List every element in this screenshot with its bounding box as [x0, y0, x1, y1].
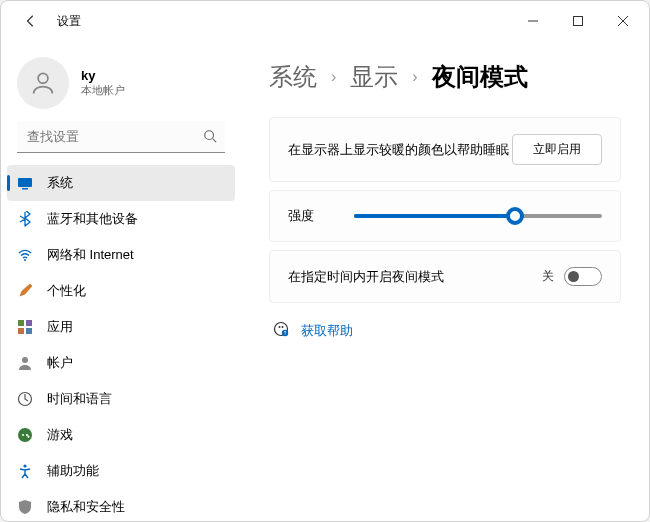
svg-point-2 — [38, 73, 48, 83]
titlebar: 设置 — [1, 1, 649, 41]
nav-label: 网络和 Internet — [47, 246, 134, 264]
minimize-button[interactable] — [510, 5, 555, 37]
nav-label: 时间和语言 — [47, 390, 112, 408]
svg-point-15 — [23, 464, 26, 467]
nav-list: 系统 蓝牙和其他设备 网络和 Internet 个性化 应用 — [1, 165, 241, 521]
nav-accounts[interactable]: 帐户 — [7, 345, 235, 381]
svg-rect-1 — [573, 17, 582, 26]
schedule-toggle-group: 关 — [542, 267, 602, 286]
toggle-knob — [568, 271, 579, 282]
nav-accessibility[interactable]: 辅助功能 — [7, 453, 235, 489]
svg-point-12 — [22, 357, 28, 363]
svg-rect-8 — [18, 320, 24, 326]
strength-slider[interactable] — [354, 214, 602, 218]
bluetooth-icon — [17, 211, 33, 227]
body: ky 本地帐户 系统 蓝牙和其他设备 — [1, 41, 649, 521]
svg-point-14 — [18, 428, 32, 442]
schedule-toggle[interactable] — [564, 267, 602, 286]
strength-label: 强度 — [288, 207, 314, 225]
breadcrumb: 系统 › 显示 › 夜间模式 — [269, 61, 621, 93]
svg-rect-11 — [26, 328, 32, 334]
user-profile[interactable]: ky 本地帐户 — [1, 49, 241, 121]
nav-label: 应用 — [47, 318, 73, 336]
accessibility-icon — [17, 463, 33, 479]
get-help-link[interactable]: 获取帮助 — [301, 322, 353, 340]
nav-apps[interactable]: 应用 — [7, 309, 235, 345]
help-icon: ? — [273, 321, 289, 341]
strength-card: 强度 — [269, 190, 621, 242]
search-input[interactable] — [17, 121, 225, 153]
slider-thumb[interactable] — [506, 207, 524, 225]
clock-globe-icon — [17, 391, 33, 407]
main-content: 系统 › 显示 › 夜间模式 在显示器上显示较暖的颜色以帮助睡眠 立即启用 强度 — [241, 41, 649, 521]
nav-label: 蓝牙和其他设备 — [47, 210, 138, 228]
help-row: ? 获取帮助 — [269, 321, 621, 341]
wifi-icon — [17, 247, 33, 263]
svg-line-4 — [213, 139, 217, 143]
window-controls — [510, 5, 645, 37]
enable-card: 在显示器上显示较暖的颜色以帮助睡眠 立即启用 — [269, 117, 621, 182]
person-icon — [29, 69, 57, 97]
svg-rect-6 — [22, 188, 28, 190]
slider-fill — [354, 214, 515, 218]
nav-label: 个性化 — [47, 282, 86, 300]
chevron-right-icon: › — [412, 68, 417, 86]
nav-time-language[interactable]: 时间和语言 — [7, 381, 235, 417]
svg-point-3 — [205, 131, 214, 140]
nav-privacy[interactable]: 隐私和安全性 — [7, 489, 235, 521]
maximize-button[interactable] — [555, 5, 600, 37]
svg-rect-10 — [18, 328, 24, 334]
nav-bluetooth[interactable]: 蓝牙和其他设备 — [7, 201, 235, 237]
search-icon — [203, 129, 217, 147]
sidebar: ky 本地帐户 系统 蓝牙和其他设备 — [1, 41, 241, 521]
back-button[interactable] — [15, 5, 47, 37]
svg-rect-5 — [18, 178, 32, 187]
close-icon — [618, 16, 628, 26]
shield-icon — [17, 499, 33, 515]
nav-label: 游戏 — [47, 426, 73, 444]
svg-point-21 — [282, 326, 284, 328]
arrow-left-icon — [24, 14, 38, 28]
account-icon — [17, 355, 33, 371]
apps-icon — [17, 319, 33, 335]
svg-point-7 — [24, 259, 26, 261]
nav-label: 帐户 — [47, 354, 73, 372]
nav-network[interactable]: 网络和 Internet — [7, 237, 235, 273]
svg-point-20 — [279, 326, 281, 328]
schedule-label: 在指定时间内开启夜间模式 — [288, 268, 542, 286]
close-button[interactable] — [600, 5, 645, 37]
nav-personalization[interactable]: 个性化 — [7, 273, 235, 309]
user-subtitle: 本地帐户 — [81, 83, 125, 98]
display-icon — [17, 175, 33, 191]
nav-label: 隐私和安全性 — [47, 498, 125, 516]
minimize-icon — [528, 16, 538, 26]
breadcrumb-display[interactable]: 显示 — [350, 61, 398, 93]
user-name: ky — [81, 68, 125, 83]
breadcrumb-system[interactable]: 系统 — [269, 61, 317, 93]
avatar — [17, 57, 69, 109]
nav-label: 系统 — [47, 174, 73, 192]
toggle-state-text: 关 — [542, 268, 554, 285]
enable-description: 在显示器上显示较暖的颜色以帮助睡眠 — [288, 141, 512, 159]
gaming-icon — [17, 427, 33, 443]
svg-rect-9 — [26, 320, 32, 326]
schedule-card[interactable]: 在指定时间内开启夜间模式 关 — [269, 250, 621, 303]
brush-icon — [17, 283, 33, 299]
chevron-right-icon: › — [331, 68, 336, 86]
page-title: 夜间模式 — [432, 61, 528, 93]
nav-gaming[interactable]: 游戏 — [7, 417, 235, 453]
nav-label: 辅助功能 — [47, 462, 99, 480]
window-title: 设置 — [57, 13, 510, 30]
enable-now-button[interactable]: 立即启用 — [512, 134, 602, 165]
nav-system[interactable]: 系统 — [7, 165, 235, 201]
maximize-icon — [573, 16, 583, 26]
search-container — [17, 121, 225, 153]
settings-window: 设置 ky 本地帐户 — [0, 0, 650, 522]
